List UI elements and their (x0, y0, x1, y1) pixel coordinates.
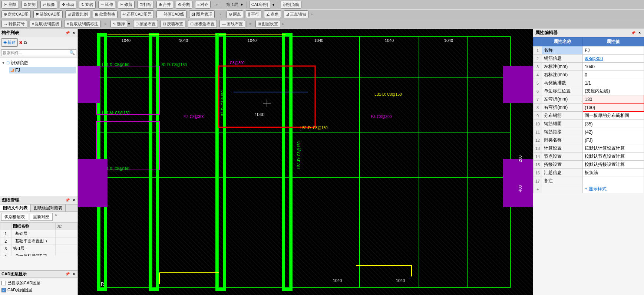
draw-line-btn[interactable]: — 画线布置 (219, 20, 245, 28)
search-input[interactable] (3, 50, 69, 55)
properties-header-btns: 📌 × (630, 31, 642, 35)
prop-num-cell: 1 (534, 46, 542, 55)
tab-layer-map[interactable]: 图纸楼层对照表 (31, 204, 66, 212)
cad-display-pin[interactable]: 📌 (64, 272, 71, 276)
sep6 (116, 1, 117, 8)
photo-manage-btn[interactable]: 🖼 图片管理 (189, 10, 215, 18)
restore-cad-btn[interactable]: ↩ 还原CAD图元 (120, 10, 153, 18)
fj-tree-item[interactable]: ⊡ FJ (9, 67, 76, 73)
col-extra-header: 光: (55, 223, 77, 230)
sep25 (188, 11, 188, 18)
cad-display-btns: 📌 × (64, 272, 76, 276)
drawing-list-row[interactable]: 1 基础层 (0, 230, 77, 237)
rebar-info-link[interactable]: ⊕8@300 (585, 56, 603, 61)
extend-btn[interactable]: ⊢ 延伸 (98, 1, 115, 9)
original-layer-item[interactable]: ✓ CAD原始图层 (1, 286, 76, 294)
prop-value-cell: + 显示样式 (583, 185, 644, 193)
tab-file-list[interactable]: 图纸文件列表 (0, 204, 31, 212)
identify-layers-btn[interactable]: 识别楼层表 (1, 213, 28, 221)
drawing-list-row[interactable]: 3 第-1层 (0, 245, 77, 252)
prop-value-cell[interactable]: 130 (583, 95, 644, 104)
prop-value-cell: 1040 (583, 63, 644, 71)
extract-slab-rebar-btn[interactable]: ≡ 提取板钢筋线 (30, 20, 62, 28)
cad-identify-btn[interactable]: CAD识别 (249, 1, 270, 9)
extract-slab-mark-btn[interactable]: ≡ 提取板钢筋标注 (64, 20, 100, 28)
properties-pin[interactable]: 📌 (630, 31, 637, 35)
break-btn[interactable]: ⊡ 打断 (137, 1, 154, 9)
prop-name-cell: 马凳筋排数 (542, 79, 583, 87)
original-checkbox[interactable]: ✓ (1, 288, 6, 292)
copy-btn[interactable]: ⧉ 复制 (22, 1, 38, 9)
sep1 (20, 1, 20, 8)
delete-label: 删除 (9, 2, 17, 7)
mirror-btn[interactable]: ⇌ 镜像 (40, 1, 57, 9)
prop-value-cell: ⊕8@300 (583, 55, 644, 63)
trim-btn[interactable]: ✂ 修剪 (118, 1, 135, 9)
tree-root-item[interactable]: ▼ ⊞ 识别负筋 (1, 59, 76, 67)
more-btn4[interactable]: » (103, 22, 108, 26)
copy-component-icon[interactable]: ⧉ (24, 40, 27, 45)
extracted-checkbox[interactable] (1, 281, 6, 285)
extracted-layer-label: 已提取的CAD图层 (7, 280, 40, 286)
pin-btn[interactable]: 📌 (64, 31, 71, 35)
more-btn2[interactable]: » (217, 12, 224, 16)
align-btn[interactable]: ≡ 对齐 (195, 1, 211, 9)
add-cad-line-btn[interactable]: — 补画CAD线 (156, 10, 186, 18)
by-slab-edge-btn[interactable]: ⊡ 按板边布置 (188, 20, 217, 28)
parallel-btn[interactable]: ∥ 平行 (246, 10, 261, 18)
delete-btn[interactable]: ✂ 删除 (1, 1, 19, 9)
sep4 (77, 1, 78, 8)
row-num: 3 (0, 245, 11, 252)
cad-display-close[interactable]: × (72, 272, 76, 276)
join-btn[interactable]: ⊕ 合并 (156, 1, 173, 9)
tree-sub-items: ⊡ FJ (1, 67, 76, 73)
rotate-btn[interactable]: ↻ 旋转 (79, 1, 96, 9)
clear-cad-btn[interactable]: ✖ 清除CAD图 (33, 10, 63, 18)
prop-value-cell[interactable]: (130) (583, 104, 644, 112)
prop-name-cell: 备注 (542, 177, 583, 185)
re-map-btn[interactable]: 重新对应 (30, 213, 53, 221)
move-btn[interactable]: ✥ 移动 (60, 1, 76, 9)
tree-collapse-arrow: ▼ (1, 61, 5, 65)
by-wall-btn[interactable]: ⊡ 按墙布置 (161, 20, 185, 28)
prop-row: 9 分布钢筋 同一板厚的分布筋相同 (534, 112, 644, 120)
drawing-pin-btn[interactable]: 📌 (64, 198, 71, 202)
search-icon[interactable]: 🔍 (69, 50, 75, 55)
delete-component-icon[interactable]: ✖ (19, 40, 23, 45)
more-btn5[interactable]: » (248, 22, 253, 26)
properties-close[interactable]: × (637, 31, 642, 35)
more-btn6[interactable]: » (280, 22, 285, 26)
prop-num-cell: 3 (534, 63, 542, 71)
cad-canvas[interactable] (78, 29, 533, 295)
drawing-close-btn[interactable]: × (72, 198, 76, 202)
row-extra (55, 252, 77, 256)
two-point-btn[interactable]: ⊙ 两点 (227, 10, 243, 18)
prop-num-cell: 15 (534, 161, 542, 169)
add-display-style[interactable]: + 显示样式 (585, 186, 606, 191)
convert-symbol-btn[interactable]: ↔ 转换符号 (1, 20, 27, 28)
prop-name-cell: 左标注(mm) (542, 63, 583, 71)
corner-btn[interactable]: ∠ 点角 (264, 10, 281, 18)
by-beam-btn[interactable]: ⊡ 按梁布置 (133, 20, 158, 28)
select-icon: ↖ (113, 22, 116, 26)
identify-rebar-btn[interactable]: 识别负筋 (281, 1, 301, 9)
drawing-list-row[interactable]: 4 负一层柱墙筋T 第 (0, 252, 77, 256)
split-btn[interactable]: ⊘ 分割 (176, 1, 192, 9)
batch-replace-btn[interactable]: ⊞ 批量替换 (93, 10, 118, 18)
layer-settings-btn[interactable]: ⊞ 图层设置 (255, 20, 280, 28)
close-btn[interactable]: × (72, 31, 76, 35)
new-component-btn[interactable]: ✚ 新建 (1, 38, 18, 47)
drawing-list-row[interactable]: 2 基础平面布置图（ (0, 237, 77, 245)
cad-identify-arrow: ▼ (272, 3, 275, 7)
more-btn3[interactable]: » (308, 12, 315, 16)
sep2 (39, 1, 39, 8)
set-scale-btn[interactable]: ⊟ 设置比例 (65, 10, 90, 18)
more-btn[interactable]: » (213, 3, 220, 7)
three-point-btn[interactable]: ⊿ 三点辅轴 (284, 10, 308, 18)
prop-num-cell: 16 (534, 169, 542, 177)
prop-name-col-header: 属性名称 (542, 37, 583, 46)
select-btn[interactable]: ↖ 选择 (110, 20, 127, 28)
locate-cad-btn[interactable]: ⊕ 定位CAD图 (1, 10, 31, 18)
extracted-layer-item[interactable]: 已提取的CAD图层 (1, 279, 76, 286)
prop-value-cell: (42) (583, 128, 644, 136)
